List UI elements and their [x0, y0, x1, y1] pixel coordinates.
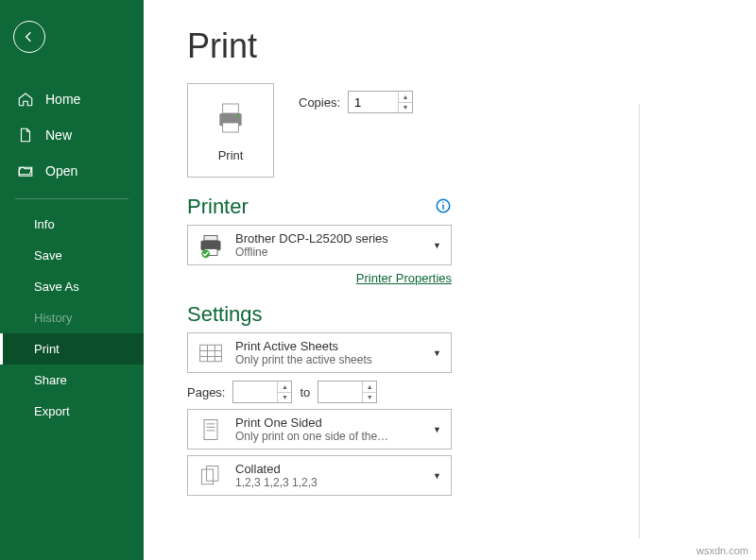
page-title: Print	[187, 26, 756, 66]
watermark: wsxdn.com	[696, 545, 748, 556]
info-icon[interactable]	[435, 197, 452, 217]
pages-from-input[interactable]	[233, 382, 277, 402]
sidebar-item-open[interactable]: Open	[0, 153, 144, 189]
dropdown-title: Print Active Sheets	[235, 339, 425, 353]
sidebar-item-save[interactable]: Save	[0, 240, 144, 271]
folder-icon	[17, 162, 34, 179]
pages-to-spinner[interactable]: ▲▼	[318, 381, 377, 403]
main-content: Print Print Copies: ▲ ▼ Printer	[144, 0, 756, 560]
copies-input[interactable]	[349, 92, 398, 112]
copies-label: Copies:	[299, 95, 340, 110]
print-button[interactable]: Print	[187, 83, 274, 178]
svg-rect-16	[204, 419, 217, 439]
chevron-up-icon[interactable]: ▲	[363, 382, 376, 393]
backstage-sidebar: Home New Open Info Save Save As History …	[0, 0, 144, 560]
sidebar-item-export[interactable]: Export	[0, 396, 144, 427]
svg-rect-20	[201, 469, 213, 484]
spinner-arrows[interactable]: ▲ ▼	[398, 92, 412, 112]
printer-properties-link[interactable]: Printer Properties	[356, 271, 452, 285]
collated-icon	[198, 463, 224, 489]
printer-status: Offline	[235, 246, 425, 259]
chevron-down-icon: ▼	[433, 425, 441, 434]
dropdown-title: Collated	[235, 462, 425, 476]
chevron-down-icon: ▼	[433, 348, 441, 358]
pages-from-spinner[interactable]: ▲▼	[232, 381, 292, 403]
sides-dropdown[interactable]: Print One Sided Only print on one side o…	[187, 409, 452, 450]
printer-section-title: Printer	[187, 195, 249, 219]
sidebar-item-label: Home	[45, 92, 80, 107]
sidebar-item-home[interactable]: Home	[0, 81, 144, 117]
printer-status-icon	[198, 232, 224, 259]
svg-rect-8	[204, 235, 217, 240]
sidebar-item-label: Open	[45, 163, 77, 178]
sidebar-divider	[15, 198, 129, 199]
print-button-label: Print	[218, 148, 244, 162]
svg-point-6	[442, 201, 444, 203]
svg-rect-1	[223, 104, 239, 113]
dropdown-title: Print One Sided	[235, 416, 425, 430]
sidebar-item-print[interactable]: Print	[0, 333, 144, 365]
svg-rect-2	[223, 123, 239, 132]
chevron-down-icon: ▼	[433, 471, 441, 481]
print-what-dropdown[interactable]: Print Active Sheets Only print the activ…	[187, 332, 452, 373]
chevron-down-icon[interactable]: ▼	[399, 103, 412, 113]
document-icon	[17, 127, 34, 144]
svg-point-3	[237, 115, 240, 118]
sidebar-item-new[interactable]: New	[0, 117, 144, 153]
settings-section-title: Settings	[187, 302, 452, 327]
sidebar-item-save-as[interactable]: Save As	[0, 271, 144, 302]
back-arrow-icon	[22, 29, 37, 44]
one-sided-icon	[198, 416, 224, 443]
sidebar-item-label: New	[45, 127, 72, 143]
chevron-down-icon[interactable]: ▼	[278, 393, 291, 403]
sidebar-item-share[interactable]: Share	[0, 365, 144, 396]
active-sheets-icon	[198, 340, 224, 366]
pages-to-input[interactable]	[318, 382, 362, 402]
printer-name: Brother DCP-L2520D series	[235, 231, 425, 246]
sidebar-item-history: History	[0, 302, 144, 333]
svg-rect-11	[200, 345, 222, 362]
sidebar-item-info[interactable]: Info	[0, 209, 144, 240]
chevron-up-icon[interactable]: ▲	[278, 382, 291, 393]
chevron-up-icon[interactable]: ▲	[399, 92, 412, 103]
printer-dropdown[interactable]: Brother DCP-L2520D series Offline ▼	[187, 225, 452, 265]
preview-divider	[639, 104, 640, 538]
chevron-down-icon[interactable]: ▼	[363, 393, 376, 403]
pages-label: Pages:	[187, 385, 225, 399]
pages-to-label: to	[300, 385, 310, 399]
printer-icon	[212, 99, 249, 137]
svg-rect-21	[207, 466, 218, 481]
dropdown-subtitle: Only print the active sheets	[235, 353, 425, 366]
back-button[interactable]	[13, 21, 45, 53]
dropdown-subtitle: 1,2,3 1,2,3 1,2,3	[235, 476, 425, 489]
dropdown-subtitle: Only print on one side of the…	[235, 430, 425, 443]
collate-dropdown[interactable]: Collated 1,2,3 1,2,3 1,2,3 ▼	[187, 455, 452, 496]
chevron-down-icon: ▼	[433, 241, 441, 250]
copies-spinner[interactable]: ▲ ▼	[348, 91, 413, 113]
home-icon	[17, 91, 34, 108]
